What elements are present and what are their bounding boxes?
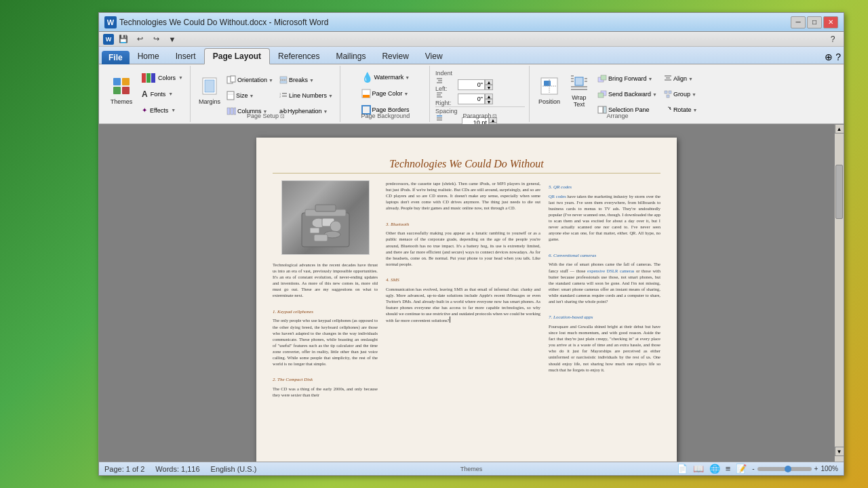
send-backward-button[interactable]: Send Backward ▼ bbox=[595, 87, 660, 102]
send-backward-arrow: ▼ bbox=[652, 92, 657, 97]
help-button[interactable]: ? bbox=[826, 33, 840, 45]
svg-rect-15 bbox=[280, 81, 287, 83]
indent-left-down[interactable]: ▼ bbox=[485, 85, 493, 90]
tab-home[interactable]: Home bbox=[130, 49, 167, 64]
arrange-group: Position bbox=[531, 66, 704, 122]
scroll-up-button[interactable]: ▲ bbox=[835, 124, 844, 134]
tab-view[interactable]: View bbox=[417, 49, 451, 64]
group-button[interactable]: Group ▼ bbox=[661, 87, 700, 102]
svg-rect-0 bbox=[113, 78, 121, 85]
send-backward-icon bbox=[597, 90, 607, 98]
effects-label: Effects bbox=[149, 107, 170, 114]
position-label: Position bbox=[538, 98, 560, 105]
tab-review[interactable]: Review bbox=[374, 49, 416, 64]
line-numbers-icon: 1 2 bbox=[279, 92, 288, 100]
qat-redo[interactable]: ↪ bbox=[149, 33, 163, 45]
themes-button[interactable]: Themes bbox=[106, 70, 137, 110]
tab-mailings[interactable]: Mailings bbox=[328, 49, 374, 64]
tab-page-layout[interactable]: Page Layout bbox=[204, 48, 270, 64]
indent-right-spin-btns: ▲ ▼ bbox=[485, 94, 493, 104]
word-logo: W bbox=[104, 16, 117, 28]
paragraph-label: Paragraph ⊡ bbox=[431, 111, 529, 119]
themes-label: Themes bbox=[111, 98, 133, 105]
orientation-arrow: ▼ bbox=[269, 78, 273, 83]
indent-right-spinbox[interactable]: 0" ▲ ▼ bbox=[458, 93, 493, 105]
indent-right-input[interactable]: 0" bbox=[458, 94, 485, 104]
indent-left-label: Left: bbox=[435, 77, 456, 92]
paragraph-dialog[interactable]: ⊡ bbox=[492, 113, 497, 119]
ribbon-help[interactable]: ? bbox=[835, 52, 841, 62]
document-page[interactable]: Technologies We Could Do Without bbox=[256, 138, 677, 462]
section-1-title: 1. Keypad cellphones bbox=[273, 309, 378, 316]
indent-left-up[interactable]: ▲ bbox=[485, 79, 493, 85]
indent-right-down[interactable]: ▼ bbox=[485, 99, 493, 104]
bring-forward-arrow: ▼ bbox=[648, 77, 652, 81]
size-label: Size bbox=[236, 92, 248, 99]
watermark-label: Watermark bbox=[374, 74, 404, 81]
colors-icon bbox=[142, 73, 155, 83]
size-button[interactable]: Size ▼ bbox=[224, 88, 276, 103]
minimize-button[interactable]: ─ bbox=[791, 16, 806, 28]
watermark-icon: 💧 bbox=[361, 72, 373, 83]
svg-rect-65 bbox=[310, 228, 319, 233]
fonts-button[interactable]: A Fonts ▼ bbox=[139, 87, 186, 102]
qat-undo[interactable]: ↩ bbox=[133, 33, 146, 45]
maximize-button[interactable]: □ bbox=[807, 16, 822, 28]
margins-icon bbox=[199, 75, 220, 97]
effects-button[interactable]: ✦ Effects ▼ bbox=[139, 103, 186, 118]
svg-rect-50 bbox=[598, 93, 604, 98]
zoom-slider[interactable] bbox=[757, 467, 812, 471]
margins-label: Margins bbox=[199, 98, 220, 105]
qat-word-icon: W bbox=[103, 34, 114, 45]
ribbon-options[interactable]: ⊕ bbox=[825, 52, 833, 62]
page-setup-dialog[interactable]: ⊡ bbox=[280, 113, 285, 119]
text-cursor bbox=[450, 317, 450, 323]
watermark-button[interactable]: 💧 Watermark ▼ bbox=[359, 70, 413, 85]
titlebar-left: W Technologies We Could Do Without.docx … bbox=[104, 16, 328, 28]
bring-forward-button[interactable]: Bring Forward ▼ bbox=[595, 71, 660, 86]
position-button[interactable]: Position bbox=[535, 70, 564, 110]
wrap-text-icon bbox=[568, 73, 590, 93]
vertical-scrollbar: ▲ ▼ bbox=[834, 124, 844, 462]
tab-file[interactable]: File bbox=[102, 51, 130, 64]
scroll-down-button[interactable]: ▼ bbox=[835, 447, 844, 456]
line-numbers-arrow: ▼ bbox=[328, 94, 333, 98]
align-button[interactable]: Align ▼ bbox=[661, 71, 700, 86]
margins-button[interactable]: Margins bbox=[196, 70, 223, 110]
svg-rect-7 bbox=[231, 76, 235, 82]
quick-access-toolbar: W 💾 ↩ ↪ ▼ ? bbox=[99, 32, 844, 47]
tab-references[interactable]: References bbox=[270, 49, 328, 64]
indent-left-spinbox[interactable]: 0" ▲ ▼ bbox=[458, 79, 493, 91]
breaks-button[interactable]: Breaks ▼ bbox=[277, 73, 336, 87]
align-icon bbox=[664, 75, 672, 83]
page-color-button[interactable]: Page Color ▼ bbox=[359, 86, 412, 101]
send-backward-label: Send Backward bbox=[608, 91, 651, 98]
svg-rect-39 bbox=[575, 77, 583, 85]
wrap-text-button[interactable]: WrapText bbox=[565, 70, 593, 110]
colors-label: Colors bbox=[157, 75, 177, 81]
line-numbers-label: Line Numbers bbox=[289, 92, 327, 99]
svg-rect-5 bbox=[205, 80, 214, 92]
indent-heading: Indent bbox=[435, 70, 525, 77]
close-button[interactable]: ✕ bbox=[823, 16, 838, 28]
colors-arrow: ▼ bbox=[178, 75, 183, 80]
page-setup-group: Margins Orientation ▼ Size ▼ bbox=[192, 66, 340, 122]
indent-left-input[interactable]: 0" bbox=[458, 79, 485, 90]
indent-right-up[interactable]: ▲ bbox=[485, 94, 493, 99]
line-numbers-button[interactable]: 1 2 Line Numbers ▼ bbox=[277, 88, 336, 103]
tab-insert[interactable]: Insert bbox=[167, 49, 204, 64]
qr-highlight: QR codes bbox=[549, 194, 566, 199]
scroll-thumb[interactable] bbox=[835, 165, 843, 219]
window-title: Technologies We Could Do Without.docx - … bbox=[119, 18, 328, 27]
page-setup-label: Page Setup ⊡ bbox=[192, 111, 340, 119]
svg-rect-3 bbox=[122, 87, 130, 94]
themes-group-label: Themes bbox=[99, 464, 844, 472]
qat-custom[interactable]: ▼ bbox=[165, 33, 179, 45]
scroll-track[interactable] bbox=[835, 134, 844, 447]
orientation-button[interactable]: Orientation ▼ bbox=[224, 73, 276, 87]
svg-rect-58 bbox=[667, 95, 669, 98]
arrange-label: Arrange bbox=[531, 111, 704, 119]
colors-button[interactable]: Colors ▼ bbox=[139, 70, 186, 85]
indent-right-label: Right: bbox=[435, 92, 456, 106]
qat-save[interactable]: 💾 bbox=[117, 33, 130, 45]
